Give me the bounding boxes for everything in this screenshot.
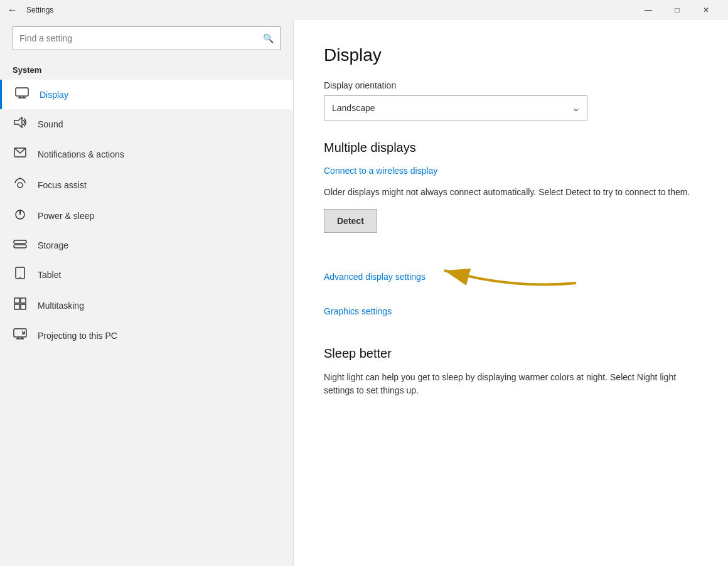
tablet-icon [13, 267, 28, 282]
advanced-display-settings-link[interactable]: Advanced display settings [324, 272, 426, 282]
detect-button[interactable]: Detect [324, 209, 377, 233]
maximize-button[interactable]: □ [663, 0, 692, 20]
svg-rect-15 [14, 304, 19, 309]
title-bar: ← Settings — □ ✕ [0, 0, 728, 20]
sidebar-item-power[interactable]: Power & sleep [0, 200, 293, 231]
sidebar-item-multitasking[interactable]: Multitasking [0, 290, 293, 321]
sidebar-item-display-label: Display [40, 90, 68, 100]
sidebar-item-storage-label: Storage [38, 240, 68, 250]
sound-icon [13, 117, 28, 131]
multiple-displays-heading: Multiple displays [324, 141, 698, 155]
svg-rect-9 [14, 240, 26, 243]
notifications-icon [13, 146, 28, 162]
system-section-label: System [0, 60, 293, 80]
focus-icon [13, 177, 28, 193]
display-icon [14, 87, 29, 102]
sidebar: 🔍 System Display [0, 20, 294, 566]
title-bar-controls: — □ ✕ [634, 0, 720, 20]
older-displays-description: Older displays might not always connect … [324, 186, 698, 199]
advanced-settings-row: Advanced display settings [324, 258, 698, 296]
projecting-icon [13, 328, 28, 343]
sidebar-item-multitasking-label: Multitasking [38, 301, 84, 311]
sidebar-item-notifications-label: Notifications & actions [38, 149, 124, 159]
search-input[interactable] [19, 33, 263, 43]
orientation-dropdown-wrapper: Landscape Portrait Landscape (flipped) P… [324, 95, 587, 120]
main-content: Display Display orientation Landscape Po… [294, 20, 728, 566]
minimize-button[interactable]: — [634, 0, 663, 20]
wireless-display-link[interactable]: Connect to a wireless display [324, 166, 437, 176]
orientation-section: Display orientation Landscape Portrait L… [324, 80, 698, 120]
sidebar-item-tablet-label: Tablet [38, 270, 61, 280]
multitasking-icon [13, 297, 28, 313]
sidebar-item-projecting[interactable]: Projecting to this PC [0, 321, 293, 350]
sidebar-item-notifications[interactable]: Notifications & actions [0, 139, 293, 169]
power-icon [13, 208, 28, 223]
sidebar-item-power-label: Power & sleep [38, 211, 94, 221]
title-bar-title: Settings [26, 6, 53, 14]
svg-rect-16 [21, 304, 26, 309]
page-title: Display [324, 45, 698, 65]
sidebar-nav: Display Sound [0, 80, 293, 350]
orientation-label: Display orientation [324, 80, 698, 90]
close-button[interactable]: ✕ [692, 0, 720, 20]
sidebar-item-focus-label: Focus assist [38, 180, 87, 190]
sidebar-item-storage[interactable]: Storage [0, 231, 293, 259]
svg-point-6 [18, 183, 23, 188]
svg-marker-4 [14, 117, 22, 127]
sidebar-item-display[interactable]: Display [0, 80, 293, 109]
search-container: 🔍 [0, 20, 293, 60]
svg-rect-10 [14, 245, 26, 248]
orientation-select[interactable]: Landscape Portrait Landscape (flipped) P… [324, 95, 587, 120]
sidebar-item-focus[interactable]: Focus assist [0, 169, 293, 200]
svg-rect-0 [16, 88, 28, 96]
arrow-annotation [432, 258, 582, 296]
sidebar-item-tablet[interactable]: Tablet [0, 259, 293, 290]
svg-point-12 [19, 277, 21, 278]
sleep-better-section: Sleep better Night light can help you ge… [324, 346, 698, 397]
back-icon: ← [8, 4, 18, 16]
search-icon-button[interactable]: 🔍 [263, 33, 274, 43]
sidebar-item-sound[interactable]: Sound [0, 109, 293, 139]
search-box: 🔍 [13, 26, 281, 50]
svg-rect-14 [21, 298, 26, 303]
sleep-better-heading: Sleep better [324, 346, 698, 361]
sidebar-item-projecting-label: Projecting to this PC [38, 331, 117, 341]
svg-rect-13 [14, 298, 19, 303]
sidebar-item-sound-label: Sound [38, 119, 63, 129]
graphics-settings-link[interactable]: Graphics settings [324, 306, 392, 316]
app-container: 🔍 System Display [0, 20, 728, 566]
sleep-better-description: Night light can help you get to sleep by… [324, 371, 698, 397]
storage-icon [13, 238, 28, 252]
